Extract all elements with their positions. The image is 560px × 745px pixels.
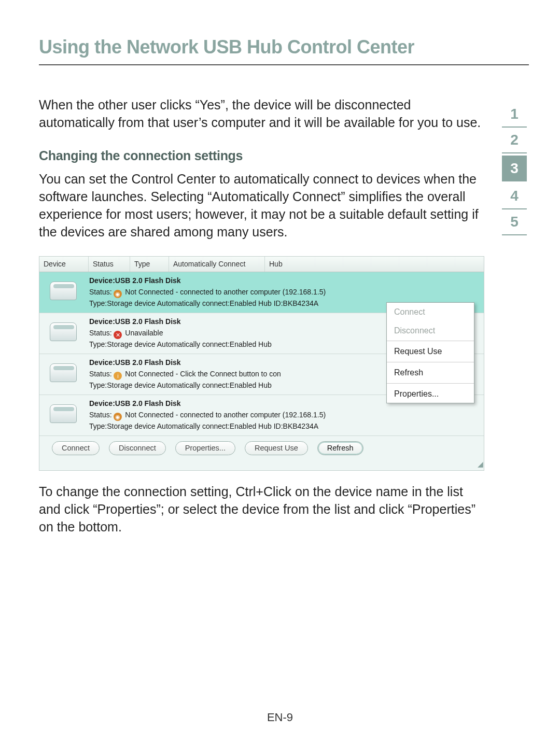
col-hub[interactable]: Hub bbox=[265, 257, 484, 272]
column-headers: Device Status Type Automatically Connect… bbox=[39, 257, 484, 272]
disconnect-button[interactable]: Disconnect bbox=[109, 441, 166, 456]
drive-icon bbox=[50, 363, 77, 382]
ctx-request-use[interactable]: Request Use bbox=[387, 342, 474, 361]
section-tab-4[interactable]: 4 bbox=[502, 184, 527, 209]
drive-icon bbox=[50, 282, 77, 300]
section-tab-2[interactable]: 2 bbox=[502, 128, 527, 153]
device-name: Device:USB 2.0 Flash Disk bbox=[89, 275, 481, 287]
page-number: EN-9 bbox=[0, 711, 560, 724]
intro-paragraph: When the other user clicks “Yes”, the de… bbox=[39, 96, 484, 132]
user-status-icon: ◉ bbox=[114, 290, 122, 298]
col-device[interactable]: Device bbox=[39, 257, 89, 272]
refresh-button[interactable]: Refresh bbox=[317, 441, 363, 456]
button-bar: Connect Disconnect Properties... Request… bbox=[39, 436, 484, 460]
section-tab-5[interactable]: 5 bbox=[502, 209, 527, 235]
section-tab-3[interactable]: 3 bbox=[502, 156, 527, 181]
ctx-connect: Connect bbox=[387, 303, 474, 321]
info-status-icon: i bbox=[114, 372, 122, 380]
properties-button[interactable]: Properties... bbox=[175, 441, 235, 456]
col-type[interactable]: Type bbox=[130, 257, 169, 272]
resize-grip-icon[interactable]: ◢ bbox=[39, 459, 484, 470]
section-tabs: 12345 bbox=[500, 96, 529, 551]
device-meta: Type:Storage device Automatically connec… bbox=[89, 421, 481, 432]
ctx-disconnect: Disconnect bbox=[387, 321, 474, 340]
user-status-icon: ◉ bbox=[114, 413, 122, 421]
device-status: Status: ◉ Not Connected - connected to a… bbox=[89, 287, 481, 299]
request-use-button[interactable]: Request Use bbox=[245, 441, 308, 456]
section-tab-1[interactable]: 1 bbox=[502, 102, 527, 128]
col-status[interactable]: Status bbox=[89, 257, 130, 272]
page-title: Using the Network USB Hub Control Center bbox=[39, 36, 529, 65]
device-status: Status: ◉ Not Connected - connected to a… bbox=[89, 410, 481, 421]
drive-icon bbox=[50, 322, 77, 341]
body-paragraph-2: To change the connection setting, Ctrl+C… bbox=[39, 483, 484, 536]
connect-button[interactable]: Connect bbox=[52, 441, 100, 456]
control-center-panel: Device Status Type Automatically Connect… bbox=[39, 256, 484, 471]
body-paragraph-1: You can set the Control Center to automa… bbox=[39, 171, 484, 241]
col-auto[interactable]: Automatically Connect bbox=[169, 257, 265, 272]
context-menu: Connect Disconnect Request Use Refresh P… bbox=[386, 302, 474, 403]
x-status-icon: ✕ bbox=[114, 331, 122, 339]
drive-icon bbox=[50, 404, 77, 423]
subheading: Changing the connection settings bbox=[39, 147, 484, 165]
ctx-properties[interactable]: Properties... bbox=[387, 385, 474, 403]
ctx-refresh[interactable]: Refresh bbox=[387, 363, 474, 382]
